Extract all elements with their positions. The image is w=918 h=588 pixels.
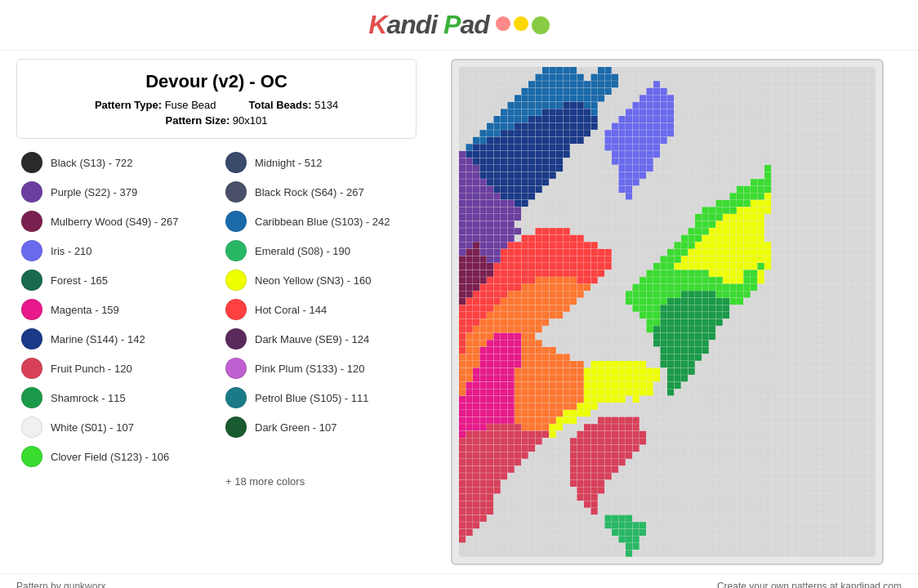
color-swatch	[21, 358, 42, 379]
color-name: Clover Field (S123) - 106	[51, 451, 169, 463]
color-name: White (S01) - 107	[51, 421, 134, 434]
color-name: Midnight - 512	[255, 157, 322, 169]
color-swatch	[225, 358, 247, 379]
color-item: Clover Field (S123) - 106	[16, 443, 212, 470]
color-item: Caribbean Blue (S103) - 242	[221, 207, 417, 235]
color-name: Pink Plum (S133) - 120	[255, 363, 364, 375]
color-swatch	[21, 299, 42, 320]
color-item: Pink Plum (S133) - 120	[221, 354, 417, 382]
logo-andi: andi	[386, 10, 437, 39]
pattern-type-group: Pattern Type: Fuse Bead	[95, 99, 216, 111]
color-name: Mulberry Wood (S49) - 267	[51, 216, 179, 228]
logo: Kandi Pad	[368, 10, 488, 40]
color-swatch	[225, 299, 247, 320]
color-item: Emerald (S08) - 190	[221, 237, 417, 265]
color-name: Black (S13) - 722	[51, 157, 132, 169]
color-swatch	[21, 240, 42, 261]
total-beads-group: Total Beads: 5134	[249, 99, 339, 111]
color-name: Fruit Punch - 120	[51, 363, 132, 375]
color-name: Shamrock - 115	[51, 392, 126, 404]
pattern-type-value: Fuse Bead	[165, 99, 216, 111]
logo-k: K	[368, 10, 386, 39]
color-swatch	[21, 152, 42, 173]
color-name: Neon Yellow (SN3) - 160	[255, 274, 371, 287]
color-swatch	[225, 270, 247, 291]
color-item: Fruit Punch - 120	[16, 354, 212, 382]
color-item: Hot Coral - 144	[221, 296, 417, 323]
candy-yellow	[514, 16, 528, 31]
color-swatch	[225, 211, 247, 232]
logo-ad: ad	[460, 10, 488, 39]
pattern-title: Devour (v2) - OC	[33, 71, 399, 92]
color-name: Petrol Blue (S105) - 111	[255, 392, 368, 404]
logo-candies	[496, 16, 550, 34]
color-item: Black Rock (S64) - 267	[221, 178, 417, 206]
color-item: Black (S13) - 722	[16, 149, 212, 176]
color-name: Black Rock (S64) - 267	[255, 186, 364, 198]
color-name: Emerald (S08) - 190	[255, 245, 350, 257]
color-swatch	[21, 387, 42, 408]
footer-credit: Pattern by gunkworx	[16, 581, 105, 588]
color-item: Marine (S144) - 142	[16, 325, 212, 353]
header: Kandi Pad	[0, 0, 918, 51]
color-swatch	[225, 416, 247, 438]
color-item: Forest - 165	[16, 266, 212, 294]
color-swatch	[21, 446, 42, 467]
pattern-size-group: Pattern Size: 90x101	[33, 114, 399, 127]
color-item: Mulberry Wood (S49) - 267	[16, 207, 212, 235]
color-swatch	[225, 328, 247, 350]
color-item: Neon Yellow (SN3) - 160	[221, 266, 417, 294]
logo-p: P	[443, 10, 460, 39]
color-swatch	[21, 211, 42, 232]
pattern-size-label: Pattern Size:	[165, 114, 230, 127]
pixel-art-canvas	[459, 67, 876, 557]
more-colors: + 18 more colors	[221, 472, 417, 491]
color-name: Iris - 210	[51, 245, 92, 257]
color-swatch	[225, 181, 247, 203]
color-item: Dark Green - 107	[221, 413, 417, 441]
footer-cta: Create your own patterns at kandipad.com	[717, 581, 902, 588]
color-name: Dark Mauve (SE9) - 124	[255, 333, 369, 345]
color-swatch	[225, 152, 247, 173]
main-content: Devour (v2) - OC Pattern Type: Fuse Bead…	[0, 51, 918, 573]
color-item: Purple (S22) - 379	[16, 178, 212, 206]
title-box: Devour (v2) - OC Pattern Type: Fuse Bead…	[16, 59, 417, 139]
color-name: Dark Green - 107	[255, 421, 336, 434]
color-list: Black (S13) - 722Midnight - 512Purple (S…	[16, 149, 417, 491]
color-swatch	[21, 181, 42, 203]
color-name: Caribbean Blue (S103) - 242	[255, 216, 390, 228]
color-item: Midnight - 512	[221, 149, 417, 176]
color-item: White (S01) - 107	[16, 413, 212, 441]
color-item: Shamrock - 115	[16, 384, 212, 412]
pattern-type-label: Pattern Type:	[95, 99, 162, 111]
candy-red	[496, 16, 510, 31]
color-item: Dark Mauve (SE9) - 124	[221, 325, 417, 353]
total-beads-value: 5134	[314, 99, 338, 111]
color-item: Petrol Blue (S105) - 111	[221, 384, 417, 412]
color-swatch	[21, 416, 42, 438]
color-swatch	[21, 270, 42, 291]
color-item: Iris - 210	[16, 237, 212, 265]
color-name: Marine (S144) - 142	[51, 333, 145, 345]
color-swatch	[21, 328, 42, 350]
color-item: Magenta - 159	[16, 296, 212, 323]
color-name: Magenta - 159	[51, 304, 119, 316]
left-panel: Devour (v2) - OC Pattern Type: Fuse Bead…	[16, 59, 417, 565]
color-name: Purple (S22) - 379	[51, 186, 137, 198]
pixel-art-container	[451, 59, 884, 565]
color-name: Hot Coral - 144	[255, 304, 327, 316]
right-panel	[433, 59, 902, 565]
color-swatch	[225, 387, 247, 408]
color-name: Forest - 165	[51, 274, 108, 287]
candy-green	[532, 16, 550, 34]
pattern-meta: Pattern Type: Fuse Bead Total Beads: 513…	[33, 99, 399, 111]
pattern-size-value: 90x101	[233, 114, 268, 127]
footer: Pattern by gunkworx Create your own patt…	[0, 573, 918, 588]
total-beads-label: Total Beads:	[249, 99, 312, 111]
color-swatch	[225, 240, 247, 261]
